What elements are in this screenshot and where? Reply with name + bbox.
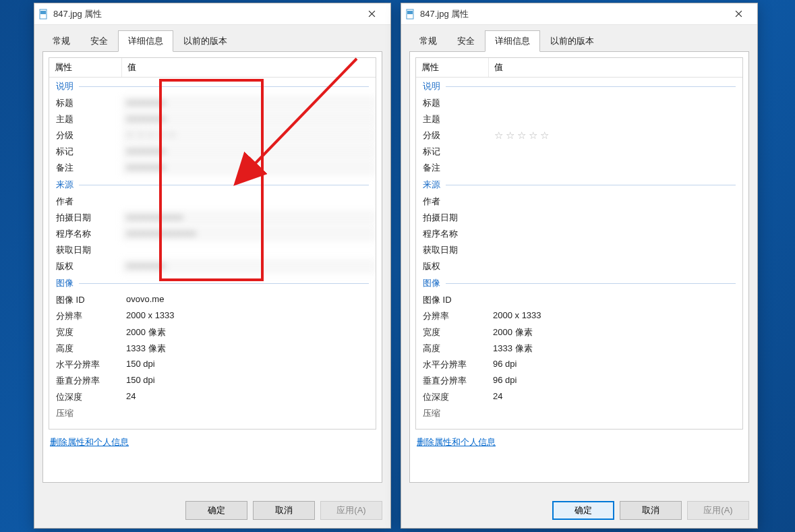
row-compression[interactable]: 压缩 <box>49 405 376 421</box>
cancel-button[interactable]: 取消 <box>620 501 682 520</box>
tab-previous-versions[interactable]: 以前的版本 <box>540 30 604 52</box>
row-title[interactable]: 标题 <box>416 95 742 111</box>
ok-button[interactable]: 确定 <box>185 501 247 520</box>
remove-properties-link[interactable]: 删除属性和个人信息 <box>50 436 129 448</box>
details-panel: 属性 值 说明 标题xxxxxxxxx 主题xxxxxxxxx 分级☆ ☆ ☆ … <box>42 51 382 483</box>
button-bar: 确定 取消 应用(A) <box>552 501 749 520</box>
row-comments[interactable]: 备注xxxxxxxxx <box>49 160 376 176</box>
group-image: 图像 <box>416 274 742 292</box>
row-date-acquired[interactable]: 获取日期 <box>416 242 742 258</box>
file-icon <box>405 9 416 20</box>
svg-rect-4 <box>407 11 413 14</box>
row-dimensions[interactable]: 分辨率2000 x 1333 <box>416 308 742 324</box>
row-title[interactable]: 标题xxxxxxxxx <box>49 95 376 111</box>
window-title: 847.jpg 属性 <box>53 8 357 20</box>
tab-security[interactable]: 安全 <box>447 30 485 52</box>
svg-rect-1 <box>40 11 46 14</box>
window-title: 847.jpg 属性 <box>420 8 724 20</box>
properties-dialog-left: 847.jpg 属性 常规 安全 详细信息 以前的版本 属性 值 说明 标题xx… <box>34 3 391 529</box>
row-date-taken[interactable]: 拍摄日期xxxxxxxxxxxxx <box>49 210 376 226</box>
group-image: 图像 <box>49 274 376 292</box>
row-program-name[interactable]: 程序名称xxxxxxxxxxxxxxxx <box>49 226 376 242</box>
row-copyright[interactable]: 版权 <box>416 258 742 274</box>
grid-header: 属性 值 <box>416 58 742 78</box>
tab-strip: 常规 安全 详细信息 以前的版本 <box>401 25 757 52</box>
group-description: 说明 <box>49 78 376 95</box>
row-hres[interactable]: 水平分辨率150 dpi <box>49 357 376 373</box>
row-bit-depth[interactable]: 位深度24 <box>49 389 376 405</box>
col-property[interactable]: 属性 <box>49 58 122 77</box>
col-value[interactable]: 值 <box>489 58 742 77</box>
titlebar[interactable]: 847.jpg 属性 <box>401 3 757 25</box>
titlebar[interactable]: 847.jpg 属性 <box>34 3 390 25</box>
group-description: 说明 <box>416 78 742 95</box>
file-icon <box>38 9 49 20</box>
row-program-name[interactable]: 程序名称 <box>416 226 742 242</box>
tab-security[interactable]: 安全 <box>80 30 118 52</box>
property-grid: 属性 值 说明 标题xxxxxxxxx 主题xxxxxxxxx 分级☆ ☆ ☆ … <box>49 57 376 430</box>
row-rating[interactable]: 分级☆☆☆☆☆ <box>416 127 742 144</box>
property-grid: 属性 值 说明 标题 主题 分级☆☆☆☆☆ 标记 备注 来源 作者 拍摄日期 程… <box>415 57 743 430</box>
row-rating[interactable]: 分级☆ ☆ ☆ ☆ ☆ <box>49 127 376 144</box>
row-copyright[interactable]: 版权xxxxxxxxx <box>49 258 376 274</box>
row-height[interactable]: 高度1333 像素 <box>416 341 742 357</box>
grid-header: 属性 值 <box>49 58 376 78</box>
row-tags[interactable]: 标记xxxxxxxxx <box>49 144 376 160</box>
close-button[interactable] <box>724 4 753 24</box>
row-width[interactable]: 宽度2000 像素 <box>416 324 742 341</box>
grid-body[interactable]: 说明 标题 主题 分级☆☆☆☆☆ 标记 备注 来源 作者 拍摄日期 程序名称 获… <box>416 78 742 429</box>
row-compression[interactable]: 压缩 <box>416 405 742 421</box>
row-comments[interactable]: 备注 <box>416 160 742 176</box>
row-author[interactable]: 作者 <box>416 194 742 210</box>
remove-properties-link[interactable]: 删除属性和个人信息 <box>417 436 496 448</box>
tab-strip: 常规 安全 详细信息 以前的版本 <box>34 25 390 52</box>
col-property[interactable]: 属性 <box>416 58 489 77</box>
row-image-id[interactable]: 图像 ID <box>416 292 742 308</box>
properties-dialog-right: 847.jpg 属性 常规 安全 详细信息 以前的版本 属性 值 说明 标题 主… <box>401 3 758 529</box>
row-height[interactable]: 高度1333 像素 <box>49 341 376 357</box>
row-dimensions[interactable]: 分辨率2000 x 1333 <box>49 308 376 324</box>
grid-body[interactable]: 说明 标题xxxxxxxxx 主题xxxxxxxxx 分级☆ ☆ ☆ ☆ ☆ 标… <box>49 78 376 429</box>
button-bar: 确定 取消 应用(A) <box>185 501 382 520</box>
row-date-taken[interactable]: 拍摄日期 <box>416 210 742 226</box>
ok-button[interactable]: 确定 <box>552 501 614 520</box>
row-vres[interactable]: 垂直分辨率150 dpi <box>49 373 376 389</box>
row-date-acquired[interactable]: 获取日期 <box>49 242 376 258</box>
cancel-button[interactable]: 取消 <box>253 501 315 520</box>
group-origin: 来源 <box>416 176 742 194</box>
apply-button: 应用(A) <box>687 501 749 520</box>
row-hres[interactable]: 水平分辨率96 dpi <box>416 357 742 373</box>
tab-previous-versions[interactable]: 以前的版本 <box>173 30 237 52</box>
close-button[interactable] <box>357 4 386 24</box>
tab-details[interactable]: 详细信息 <box>485 30 540 52</box>
row-subject[interactable]: 主题xxxxxxxxx <box>49 111 376 127</box>
rating-stars-icon[interactable]: ☆☆☆☆☆ <box>493 129 552 141</box>
tab-details[interactable]: 详细信息 <box>118 30 173 52</box>
tab-general[interactable]: 常规 <box>42 30 80 52</box>
group-origin: 来源 <box>49 176 376 194</box>
row-width[interactable]: 宽度2000 像素 <box>49 324 376 341</box>
row-tags[interactable]: 标记 <box>416 144 742 160</box>
row-vres[interactable]: 垂直分辨率96 dpi <box>416 373 742 389</box>
details-panel: 属性 值 说明 标题 主题 分级☆☆☆☆☆ 标记 备注 来源 作者 拍摄日期 程… <box>409 51 749 483</box>
col-value[interactable]: 值 <box>122 58 376 77</box>
apply-button: 应用(A) <box>320 501 382 520</box>
row-bit-depth[interactable]: 位深度24 <box>416 389 742 405</box>
row-author[interactable]: 作者 <box>49 194 376 210</box>
row-image-id[interactable]: 图像 IDovovo.me <box>49 292 376 308</box>
row-subject[interactable]: 主题 <box>416 111 742 127</box>
tab-general[interactable]: 常规 <box>409 30 447 52</box>
